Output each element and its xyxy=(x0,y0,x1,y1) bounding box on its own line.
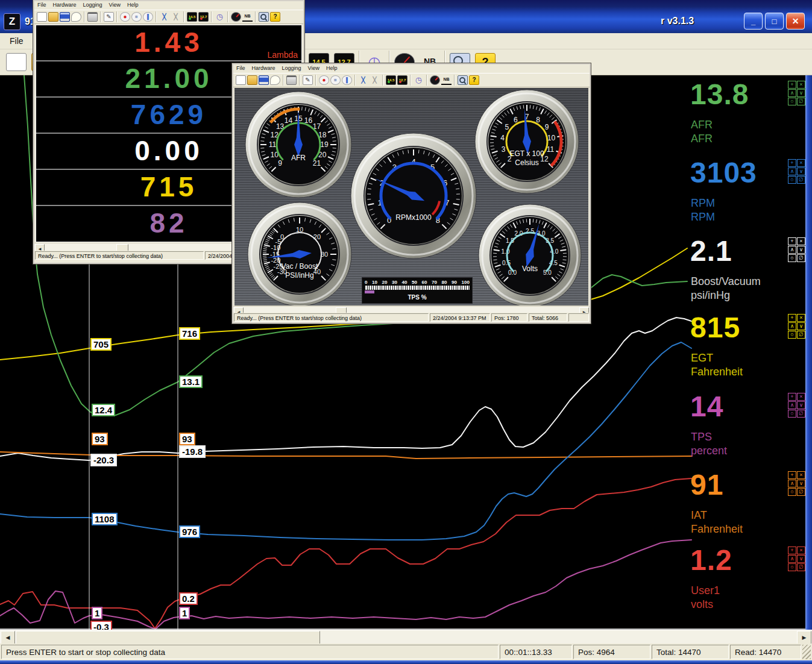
new-icon[interactable] xyxy=(37,12,47,22)
channel-button-up-icon[interactable]: ∧ xyxy=(788,168,796,175)
channel-button-null-icon[interactable]: ∅ xyxy=(797,176,805,184)
channel-button-null-icon[interactable]: ∅ xyxy=(797,331,805,339)
svg-text:EGT x 100: EGT x 100 xyxy=(509,149,544,158)
channel-button-close-icon[interactable]: × xyxy=(797,471,805,479)
nb-icon[interactable]: NB xyxy=(441,75,452,85)
menu-item-help[interactable]: Help xyxy=(127,2,139,10)
stop-icon[interactable]: ■ xyxy=(330,75,341,85)
channel-button-close-icon[interactable]: × xyxy=(797,159,805,167)
menu-item-file[interactable]: File xyxy=(4,34,30,48)
pause-icon[interactable]: ∥ xyxy=(143,12,153,22)
save-icon[interactable] xyxy=(60,12,70,22)
channel-button-zoom-in-icon[interactable]: + xyxy=(788,159,796,167)
display-green-icon[interactable]: 14.5 xyxy=(386,75,396,85)
channel-button-up-icon[interactable]: ∧ xyxy=(788,89,796,97)
channel-button-down-icon[interactable]: ∨ xyxy=(797,555,805,563)
channel-button-null-icon[interactable]: ∅ xyxy=(797,410,805,418)
channel-button-down-icon[interactable]: ∨ xyxy=(797,401,805,409)
channel-button-circle-icon[interactable]: ○ xyxy=(788,563,796,571)
channel-button-down-icon[interactable]: ∨ xyxy=(797,322,805,330)
channel-button-zoom-in-icon[interactable]: + xyxy=(788,237,796,245)
gauge-icon[interactable] xyxy=(430,75,440,85)
menu-item-view[interactable]: View xyxy=(308,65,319,73)
minimize-button[interactable]: _ xyxy=(744,13,763,30)
print-icon[interactable] xyxy=(87,12,98,22)
maximize-button[interactable]: □ xyxy=(765,13,784,30)
scrollbar-thumb[interactable] xyxy=(16,631,320,644)
record-icon[interactable]: ● xyxy=(319,75,329,85)
channel-button-up-icon[interactable]: ∧ xyxy=(788,401,796,409)
print-icon[interactable] xyxy=(286,75,297,85)
chart-off-icon[interactable]: ╳ xyxy=(171,12,181,22)
channel-button-null-icon[interactable]: ∅ xyxy=(797,254,805,262)
help-icon[interactable]: ? xyxy=(469,75,479,85)
open-icon[interactable] xyxy=(48,12,58,22)
channel-button-circle-icon[interactable]: ○ xyxy=(788,410,796,418)
channel-button-down-icon[interactable]: ∨ xyxy=(797,168,805,175)
clock-icon[interactable]: ◷ xyxy=(414,75,424,85)
channel-button-circle-icon[interactable]: ○ xyxy=(788,98,796,105)
channel-button-zoom-in-icon[interactable]: + xyxy=(788,81,796,89)
channel-button-down-icon[interactable]: ∨ xyxy=(797,89,805,97)
channel-button-zoom-in-icon[interactable]: + xyxy=(788,314,796,322)
channel-button-zoom-in-icon[interactable]: + xyxy=(788,393,796,401)
channel-button-close-icon[interactable]: × xyxy=(797,393,805,401)
channel-button-down-icon[interactable]: ∨ xyxy=(797,480,805,487)
save-icon[interactable] xyxy=(259,75,269,85)
menu-item-hardware[interactable]: Hardware xyxy=(53,2,77,10)
horizontal-scrollbar[interactable]: ◀ ▶ xyxy=(0,630,812,644)
channel-button-circle-icon[interactable]: ○ xyxy=(788,331,796,339)
display-red-icon[interactable]: 12.7 xyxy=(397,75,408,85)
menu-item-help[interactable]: Help xyxy=(326,65,338,73)
menu-item-hardware[interactable]: Hardware xyxy=(252,65,275,73)
help-icon[interactable]: ? xyxy=(270,12,280,22)
channel-button-up-icon[interactable]: ∧ xyxy=(788,555,796,563)
menu-item-file[interactable]: File xyxy=(37,2,46,10)
channel-button-circle-icon[interactable]: ○ xyxy=(788,176,796,184)
menu-item-file[interactable]: File xyxy=(236,65,245,73)
search-icon[interactable] xyxy=(259,12,269,22)
open-icon[interactable] xyxy=(247,75,257,85)
menu-item-view[interactable]: View xyxy=(109,2,121,10)
close-button[interactable]: ✕ xyxy=(786,13,805,30)
channel-button-zoom-in-icon[interactable]: + xyxy=(788,471,796,479)
channel-button-null-icon[interactable]: ∅ xyxy=(797,563,805,571)
channel-button-close-icon[interactable]: × xyxy=(797,314,805,322)
gauge-icon[interactable] xyxy=(231,12,241,22)
menu-item-logging[interactable]: Logging xyxy=(282,65,301,73)
record-settings-icon[interactable]: ✎ xyxy=(303,75,313,85)
new-icon[interactable] xyxy=(6,53,27,71)
display-green-icon[interactable]: 14.5 xyxy=(187,12,197,22)
scroll-right-arrow-icon[interactable]: ▶ xyxy=(797,631,811,644)
channel-button-zoom-in-icon[interactable]: + xyxy=(788,547,796,554)
comment-icon[interactable] xyxy=(270,75,280,85)
channel-button-close-icon[interactable]: × xyxy=(797,237,805,245)
record-icon[interactable]: ● xyxy=(120,12,130,22)
channel-button-up-icon[interactable]: ∧ xyxy=(788,246,796,254)
new-icon[interactable] xyxy=(236,75,246,85)
pause-icon[interactable]: ∥ xyxy=(342,75,352,85)
record-settings-icon[interactable]: ✎ xyxy=(104,12,114,22)
nb-icon[interactable]: NB xyxy=(242,12,253,22)
display-red-icon[interactable]: 12.7 xyxy=(198,12,209,22)
stop-icon[interactable]: ■ xyxy=(131,12,142,22)
scroll-left-arrow-icon[interactable]: ◀ xyxy=(1,631,15,644)
channel-button-up-icon[interactable]: ∧ xyxy=(788,480,796,487)
channel-button-up-icon[interactable]: ∧ xyxy=(788,322,796,330)
channel-button-down-icon[interactable]: ∨ xyxy=(797,246,805,254)
channel-button-circle-icon[interactable]: ○ xyxy=(788,254,796,262)
menu-item-logging[interactable]: Logging xyxy=(83,2,102,10)
channel-button-close-icon[interactable]: × xyxy=(797,547,805,554)
clock-icon[interactable]: ◷ xyxy=(215,12,225,22)
channel-button-null-icon[interactable]: ∅ xyxy=(797,98,805,105)
channel-button-circle-icon[interactable]: ○ xyxy=(788,488,796,496)
channel-button-null-icon[interactable]: ∅ xyxy=(797,488,805,496)
search-icon[interactable] xyxy=(458,75,468,85)
channel-button-close-icon[interactable]: × xyxy=(797,81,805,89)
chart-icon[interactable]: ╳ xyxy=(358,75,368,85)
comment-icon[interactable] xyxy=(71,12,81,22)
chart-off-icon[interactable]: ╳ xyxy=(370,75,380,85)
resize-grip[interactable] xyxy=(802,645,811,659)
vertical-scrollbar[interactable] xyxy=(805,75,812,630)
chart-icon[interactable]: ╳ xyxy=(159,12,169,22)
